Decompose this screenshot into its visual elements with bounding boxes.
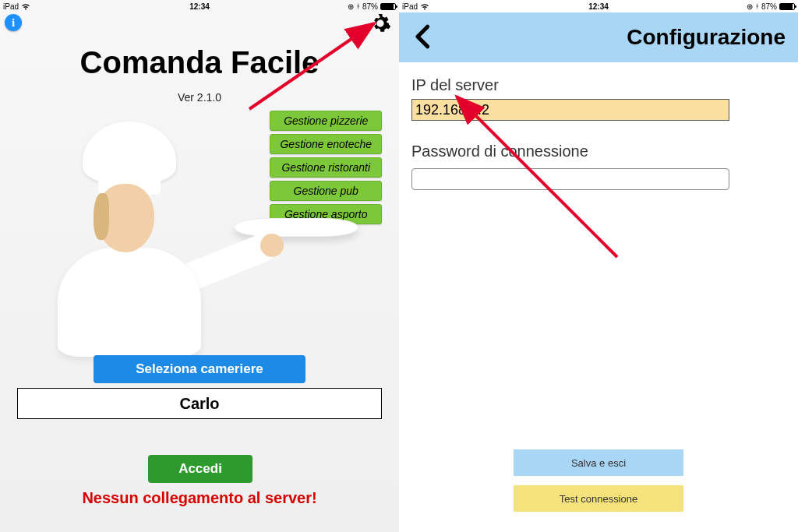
waiter-name-value: Carlo (179, 395, 219, 413)
back-button[interactable] (410, 23, 436, 50)
feature-badge: Gestione pub (270, 181, 382, 201)
home-screen: iPad 12:34 ⊕ ᚼ 87% i Comanda Facile Ver … (0, 0, 399, 532)
device-label: iPad (3, 2, 30, 11)
battery-icon (779, 3, 795, 10)
clock: 12:34 (588, 2, 609, 11)
status-bar: iPad 12:34 ⊕ ᚼ 87% (0, 0, 399, 12)
login-button[interactable]: Accedi (148, 455, 252, 483)
app-title: Comanda Facile (0, 45, 399, 80)
info-icon[interactable]: i (5, 14, 22, 31)
battery-icon (380, 3, 396, 10)
bluetooth-icon: ᚼ (755, 2, 759, 10)
bottom-buttons: Salva e esci Test connessione (399, 449, 798, 512)
device-label: iPad (402, 2, 429, 11)
clock: 12:34 (189, 2, 210, 11)
ip-input[interactable] (411, 99, 729, 121)
bluetooth-icon: ᚼ (356, 2, 360, 10)
settings-gear-icon[interactable] (369, 12, 391, 34)
password-label: Password di connessione (411, 143, 786, 160)
test-connection-button[interactable]: Test connessione (514, 485, 683, 512)
config-screen: iPad 12:34 ⊕ ᚼ 87% Configurazione IP del… (399, 0, 798, 532)
connection-error-label: Nessun collegamento al server! (0, 489, 399, 507)
status-bar: iPad 12:34 ⊕ ᚼ 87% (399, 0, 798, 12)
status-right: ⊕ ᚼ 87% (747, 2, 795, 11)
nav-title: Configurazione (627, 25, 786, 50)
battery-pct: 87% (362, 2, 378, 11)
version-label: Ver 2.1.0 (0, 91, 399, 104)
password-input[interactable] (411, 168, 729, 190)
save-and-exit-button[interactable]: Salva e esci (514, 449, 683, 476)
select-waiter-button[interactable]: Seleziona cameriere (94, 355, 305, 383)
orientation-lock-icon: ⊕ (348, 2, 354, 11)
waiter-name-field[interactable]: Carlo (17, 388, 382, 419)
feature-badges: Gestione pizzerie Gestione enoteche Gest… (270, 111, 382, 224)
battery-pct: 87% (761, 2, 777, 11)
config-form: IP del server Password di connessione (399, 62, 798, 201)
feature-badge: Gestione pizzerie (270, 111, 382, 131)
status-right: ⊕ ᚼ 87% (348, 2, 396, 11)
wifi-icon (21, 3, 30, 10)
feature-badge: Gestione ristoranti (270, 157, 382, 178)
navbar: Configurazione (399, 12, 798, 62)
chef-illustration (11, 117, 276, 351)
wifi-icon (420, 3, 429, 10)
orientation-lock-icon: ⊕ (747, 2, 753, 11)
ip-label: IP del server (411, 76, 786, 94)
feature-badge: Gestione enoteche (270, 134, 382, 154)
